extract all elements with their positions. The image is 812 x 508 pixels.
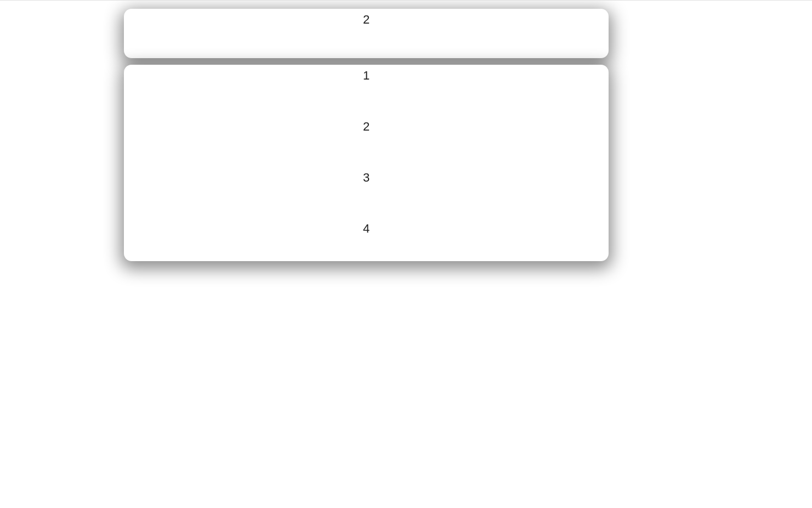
list-item: 1 — [124, 66, 609, 83]
card-container: 2 1 2 3 4 — [124, 9, 609, 268]
list-item: 2 — [124, 117, 609, 134]
list-item: 3 — [124, 168, 609, 185]
top-card: 2 — [124, 9, 609, 58]
top-card-number: 2 — [124, 10, 609, 27]
list-item: 4 — [124, 219, 609, 236]
bottom-card: 1 2 3 4 — [124, 65, 609, 261]
